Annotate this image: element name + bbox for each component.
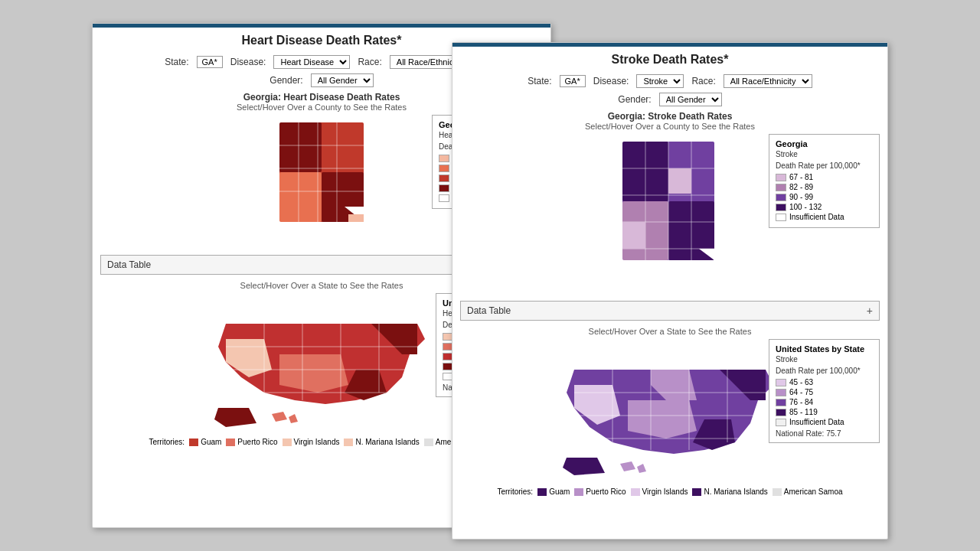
stroke-card-title: Stroke Death Rates*: [452, 53, 887, 67]
stroke-territories-label: Territories:: [497, 487, 533, 496]
stroke-us-swatch-1: [776, 379, 786, 386]
stroke-ga-map-section: Georgia: Stroke Death Rates Select/Hover…: [452, 111, 887, 295]
stroke-ga-legend-item-3: 90 - 99: [776, 193, 873, 201]
stroke-us-legend-item-5: Insufficient Data: [776, 418, 873, 426]
stroke-us-map-container: United States by State Stroke Death Rate…: [460, 339, 880, 484]
stroke-ga-legend: Georgia Stroke Death Rate per 100,000* 6…: [769, 134, 880, 228]
stroke-data-table-plus: +: [867, 305, 873, 317]
svg-rect-70: [773, 488, 782, 496]
stroke-card-header-bar: [452, 43, 887, 47]
svg-marker-56: [563, 458, 605, 475]
svg-rect-3: [279, 172, 322, 222]
heart-territory-pr: Puerto Rico: [226, 438, 277, 446]
stroke-us-legend-disease: Stroke: [776, 355, 873, 364]
stroke-ga-legend-item-1: 67 - 81: [776, 173, 873, 181]
stroke-race-select[interactable]: All Race/Ethnicity: [724, 74, 812, 88]
stroke-vi-label: Virgin Islands: [642, 487, 688, 496]
stroke-territory-guam: Guam: [537, 487, 570, 496]
stroke-territory-nmi: N. Mariana Islands: [692, 487, 767, 496]
svg-marker-20: [272, 412, 287, 422]
stroke-us-map-section: Select/Hover Over a State to See the Rat…: [452, 327, 887, 484]
stroke-ga-range-5: Insufficient Data: [789, 213, 844, 221]
svg-rect-47: [622, 222, 645, 249]
svg-rect-46: [668, 168, 691, 194]
stroke-nmi-label: N. Mariana Islands: [704, 487, 767, 496]
svg-marker-21: [289, 414, 298, 423]
stroke-us-range-3: 76 - 84: [789, 398, 813, 406]
stroke-us-legend-item-1: 45 - 63: [776, 378, 873, 386]
stroke-data-table-bar[interactable]: Data Table +: [460, 301, 880, 321]
stroke-ga-swatch-2: [776, 184, 786, 191]
stroke-us-swatch-2: [776, 389, 786, 396]
stroke-state-label: State:: [528, 76, 551, 86]
stroke-us-legend: United States by State Stroke Death Rate…: [769, 339, 880, 443]
stroke-ga-range-3: 90 - 99: [789, 193, 813, 201]
svg-marker-53: [628, 400, 697, 439]
stroke-us-map-instruction: Select/Hover Over a State to See the Rat…: [460, 327, 880, 336]
stroke-guam-label: Guam: [549, 487, 570, 496]
svg-rect-68: [631, 488, 640, 496]
stroke-state-value[interactable]: GA*: [560, 75, 586, 87]
heart-ga-swatch-4: [439, 184, 449, 192]
heart-vi-swatch: [283, 439, 292, 446]
stroke-us-svg: [551, 339, 789, 481]
heart-ga-svg: [256, 115, 387, 241]
stroke-us-legend-item-4: 85 - 119: [776, 408, 873, 416]
stroke-territory-pr: Puerto Rico: [574, 487, 626, 496]
stroke-ga-map-title: Georgia: Stroke Death Rates: [460, 111, 880, 122]
heart-ga-swatch-3: [439, 174, 449, 182]
svg-rect-29: [189, 439, 198, 446]
svg-rect-31: [283, 439, 292, 446]
stroke-as-swatch: [773, 488, 782, 496]
stroke-ga-swatch-4: [776, 204, 786, 211]
stroke-us-swatch-3: [776, 399, 786, 406]
stroke-gender-select[interactable]: All Gender: [659, 93, 722, 106]
stroke-us-range-4: 85 - 119: [789, 408, 818, 416]
svg-rect-32: [344, 439, 353, 446]
stroke-ga-swatch-1: [776, 174, 786, 181]
stroke-controls-row1: State: GA* Disease: Stroke Race: All Rac…: [452, 74, 887, 88]
heart-territory-guam: Guam: [189, 438, 221, 446]
heart-state-label: State:: [165, 57, 188, 67]
stroke-ga-legend-item-5: Insufficient Data: [776, 213, 873, 221]
stroke-disease-label: Disease:: [593, 76, 629, 86]
heart-ga-swatch-2: [439, 165, 449, 172]
stroke-ga-map-container: Georgia Stroke Death Rate per 100,000* 6…: [460, 134, 880, 295]
stroke-controls-row2: Gender: All Gender: [452, 93, 887, 106]
heart-territory-nmi: N. Mariana Islands: [344, 438, 419, 446]
svg-rect-12: [348, 214, 364, 222]
heart-disease-label: Disease:: [230, 57, 266, 67]
stroke-ga-legend-item-2: 82 - 89: [776, 183, 873, 191]
stroke-us-legend-item-2: 64 - 75: [776, 388, 873, 396]
stroke-card: Stroke Death Rates* State: GA* Disease: …: [452, 42, 888, 540]
svg-rect-67: [574, 488, 583, 496]
heart-disease-select[interactable]: Heart Disease: [273, 55, 350, 69]
stroke-nmi-swatch: [692, 488, 701, 496]
heart-ga-swatch-1: [439, 155, 449, 162]
stroke-pr-swatch: [574, 488, 583, 496]
svg-rect-33: [424, 439, 433, 446]
heart-nmi-swatch: [344, 439, 353, 446]
svg-marker-17: [279, 354, 348, 393]
svg-marker-19: [214, 408, 256, 427]
heart-guam-label: Guam: [201, 438, 221, 446]
stroke-us-swatch-5: [776, 419, 786, 426]
stroke-pr-label: Puerto Rico: [586, 487, 626, 496]
heart-race-label: Race:: [358, 57, 381, 67]
stroke-as-label: American Samoa: [784, 487, 843, 496]
svg-marker-57: [620, 461, 635, 471]
stroke-us-legend-subtitle: Death Rate per 100,000*: [776, 367, 873, 375]
stroke-us-legend-state: United States by State: [776, 344, 873, 354]
heart-gender-label: Gender:: [270, 75, 302, 86]
heart-vi-label: Virgin Islands: [294, 438, 340, 446]
stroke-us-range-2: 64 - 75: [789, 388, 813, 396]
heart-gender-select[interactable]: All Gender: [311, 73, 374, 87]
stroke-disease-select[interactable]: Stroke: [636, 74, 684, 88]
svg-marker-58: [637, 464, 646, 473]
stroke-data-table-label: Data Table: [467, 305, 511, 316]
heart-card-header-bar: [93, 24, 550, 28]
stroke-us-range-5: Insufficient Data: [789, 418, 844, 426]
heart-territories-label: Territories:: [149, 438, 185, 446]
heart-state-value[interactable]: GA*: [197, 56, 223, 68]
stroke-national-rate: National Rate: 75.7: [776, 429, 873, 438]
